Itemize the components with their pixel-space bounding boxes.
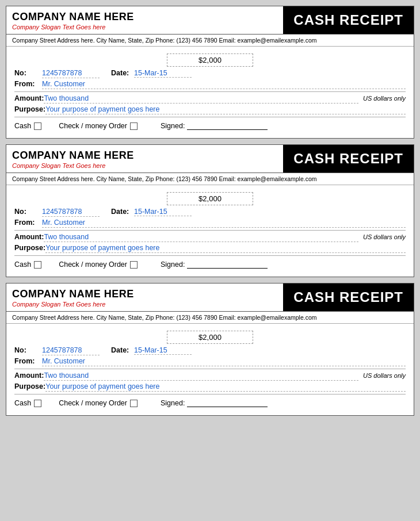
- divider-1: [14, 369, 406, 369]
- purpose-value: Your purpose of payment goes here: [45, 105, 406, 114]
- from-label: From:: [14, 357, 42, 365]
- purpose-label: Purpose:: [14, 105, 45, 113]
- company-address: Company Street Address here. City Name, …: [6, 173, 414, 185]
- check-checkbox[interactable]: [130, 400, 138, 407]
- signed-line: [187, 122, 268, 130]
- company-info: COMPANY NAME HERE Company Slogan Text Go…: [6, 284, 283, 311]
- cash-receipt-box: CASH RECEIPT: [283, 6, 414, 34]
- amount-text-row: Amount: Two thousand US dollars only: [14, 233, 406, 242]
- company-name: COMPANY NAME HERE: [12, 288, 277, 300]
- cash-checkbox[interactable]: [34, 400, 41, 407]
- cash-label: Cash: [14, 122, 31, 130]
- us-dollars: US dollars only: [363, 372, 406, 379]
- signed-section: Signed:: [161, 260, 268, 269]
- purpose-value: Your purpose of payment goes here: [45, 382, 406, 392]
- company-name: COMPANY NAME HERE: [12, 11, 277, 23]
- cash-receipt-box: CASH RECEIPT: [283, 145, 414, 173]
- company-info: COMPANY NAME HERE Company Slogan Text Go…: [6, 6, 283, 34]
- cash-receipt-title: CASH RECEIPT: [293, 151, 403, 167]
- receipt-header: COMPANY NAME HERE Company Slogan Text Go…: [6, 6, 414, 35]
- no-row: No: 1245787878 Date: 15-Mar-15: [14, 208, 406, 217]
- cash-checkbox[interactable]: [34, 261, 41, 269]
- date-value: 15-Mar-15: [134, 208, 192, 216]
- date-label: Date:: [111, 208, 134, 216]
- no-label: No:: [14, 208, 42, 216]
- company-info: COMPANY NAME HERE Company Slogan Text Go…: [6, 145, 283, 173]
- us-dollars: US dollars only: [363, 95, 406, 102]
- amount-text-row: Amount: Two thousand US dollars only: [14, 371, 406, 381]
- no-value: 1245787878: [42, 69, 100, 78]
- cash-label: Cash: [14, 260, 31, 269]
- no-value: 1245787878: [42, 346, 100, 355]
- cash-payment-item: Cash: [14, 122, 41, 130]
- cash-checkbox[interactable]: [34, 122, 41, 130]
- no-row: No: 1245787878 Date: 15-Mar-15: [14, 346, 406, 355]
- purpose-value: Your purpose of payment goes here: [45, 244, 406, 253]
- check-checkbox[interactable]: [130, 122, 138, 130]
- payment-row: Cash Check / money Order Signed:: [14, 260, 406, 269]
- us-dollars: US dollars only: [363, 233, 406, 240]
- receipt-body: $2,000 No: 1245787878 Date: 15-Mar-15 Fr…: [6, 324, 414, 415]
- from-value: Mr. Customer: [42, 357, 406, 366]
- amount-label: Amount:: [14, 371, 44, 380]
- amount-box: $2,000: [167, 192, 253, 205]
- no-label: No:: [14, 69, 42, 77]
- amount-label: Amount:: [14, 233, 44, 241]
- amount-row: $2,000: [14, 192, 406, 205]
- check-checkbox[interactable]: [130, 261, 138, 269]
- receipt-header: COMPANY NAME HERE Company Slogan Text Go…: [6, 145, 414, 173]
- from-row: From: Mr. Customer: [14, 357, 406, 366]
- purpose-label: Purpose:: [14, 244, 45, 252]
- date-value: 15-Mar-15: [134, 346, 192, 355]
- from-value: Mr. Customer: [42, 219, 406, 228]
- amount-box: $2,000: [167, 331, 253, 344]
- signed-label: Signed:: [161, 260, 185, 269]
- receipt-header: COMPANY NAME HERE Company Slogan Text Go…: [6, 284, 414, 312]
- from-row: From: Mr. Customer: [14, 80, 406, 89]
- company-slogan: Company Slogan Text Goes here: [12, 24, 277, 30]
- signed-label: Signed:: [161, 399, 185, 407]
- company-name: COMPANY NAME HERE: [12, 150, 277, 162]
- from-label: From:: [14, 219, 42, 227]
- amount-text-value: Two thousand: [44, 233, 358, 242]
- no-row: No: 1245787878 Date: 15-Mar-15: [14, 69, 406, 78]
- cash-payment-item: Cash: [14, 399, 41, 407]
- cash-label: Cash: [14, 399, 31, 407]
- receipt-2: COMPANY NAME HERE Company Slogan Text Go…: [6, 144, 414, 277]
- amount-row: $2,000: [14, 53, 406, 67]
- date-label: Date:: [111, 346, 134, 354]
- cash-receipt-title: CASH RECEIPT: [293, 12, 403, 28]
- no-value: 1245787878: [42, 208, 100, 217]
- cash-receipt-box: CASH RECEIPT: [283, 284, 414, 311]
- company-address: Company Street Address here. City Name, …: [6, 35, 414, 47]
- receipt-1: COMPANY NAME HERE Company Slogan Text Go…: [6, 6, 414, 139]
- payment-row: Cash Check / money Order Signed:: [14, 122, 406, 130]
- purpose-row: Purpose: Your purpose of payment goes he…: [14, 382, 406, 392]
- check-payment-item: Check / money Order: [59, 399, 138, 407]
- amount-text-value: Two thousand: [44, 94, 358, 104]
- amount-box: $2,000: [167, 53, 253, 67]
- purpose-row: Purpose: Your purpose of payment goes he…: [14, 105, 406, 114]
- receipt-body: $2,000 No: 1245787878 Date: 15-Mar-15 Fr…: [6, 185, 414, 277]
- company-slogan: Company Slogan Text Goes here: [12, 301, 277, 308]
- check-label: Check / money Order: [59, 399, 127, 407]
- payment-row: Cash Check / money Order Signed:: [14, 399, 406, 407]
- from-value: Mr. Customer: [42, 80, 406, 89]
- amount-label: Amount:: [14, 94, 44, 102]
- purpose-row: Purpose: Your purpose of payment goes he…: [14, 244, 406, 253]
- date-value: 15-Mar-15: [134, 69, 192, 78]
- signed-line: [187, 260, 268, 269]
- divider-1: [14, 91, 406, 92]
- check-label: Check / money Order: [59, 260, 127, 269]
- company-slogan: Company Slogan Text Goes here: [12, 162, 277, 169]
- amount-text-row: Amount: Two thousand US dollars only: [14, 94, 406, 104]
- date-label: Date:: [111, 69, 134, 77]
- signed-line: [187, 399, 268, 407]
- check-payment-item: Check / money Order: [59, 122, 138, 130]
- no-label: No:: [14, 346, 42, 354]
- cash-receipt-title: CASH RECEIPT: [293, 289, 403, 305]
- signed-label: Signed:: [161, 122, 185, 130]
- check-label: Check / money Order: [59, 122, 127, 130]
- amount-text-value: Two thousand: [44, 371, 358, 381]
- signed-section: Signed:: [161, 122, 268, 130]
